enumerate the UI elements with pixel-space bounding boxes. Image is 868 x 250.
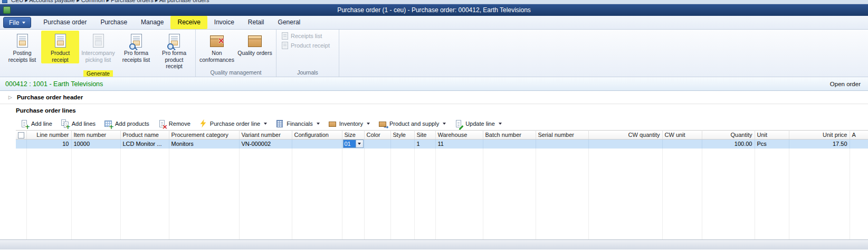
product-receipt-icon bbox=[282, 42, 288, 49]
pro-forma-receipts-list-button[interactable]: Pro forma receipts list bbox=[117, 31, 155, 63]
inventory-icon bbox=[328, 119, 337, 128]
update-line-icon bbox=[454, 119, 463, 128]
cell-variant-number[interactable]: VN-000002 bbox=[239, 140, 292, 149]
col-header-product-name[interactable]: Product name bbox=[120, 131, 169, 140]
size-combobox[interactable]: 01 bbox=[343, 140, 364, 148]
chevron-down-icon bbox=[264, 123, 267, 125]
col-header-unit-price[interactable]: Unit price bbox=[789, 131, 850, 140]
expander-arrow-icon[interactable]: ▷ bbox=[8, 95, 12, 100]
cell-style[interactable] bbox=[390, 140, 414, 149]
button-label: Add products bbox=[115, 121, 149, 127]
cell-unit[interactable]: Pcs bbox=[755, 140, 789, 149]
product-and-supply-icon: → bbox=[378, 119, 387, 128]
col-header-select[interactable] bbox=[16, 131, 26, 140]
tab-invoice[interactable]: Invoice bbox=[207, 16, 241, 29]
breadcrumb[interactable]: CEU ▸ Accounts payable ▸ Common ▸ Purcha… bbox=[11, 0, 209, 4]
size-value[interactable]: 01 bbox=[344, 140, 356, 147]
col-header-size[interactable]: Size bbox=[342, 131, 364, 140]
receipts-list-icon bbox=[17, 32, 28, 50]
button-label: Intercompany picking list bbox=[80, 50, 116, 63]
table-row[interactable]: 10 10000 LCD Monitor ... Monitors VN-000… bbox=[16, 140, 868, 149]
add-line-button[interactable]: + Add line bbox=[20, 119, 52, 128]
cell-row-selector[interactable] bbox=[16, 140, 26, 149]
menu-label: Financials bbox=[287, 121, 313, 127]
cell-line-number[interactable]: 10 bbox=[26, 140, 71, 149]
tab-purchase-order[interactable]: Purchase order bbox=[36, 16, 93, 29]
cell-cw-unit[interactable] bbox=[662, 140, 702, 149]
add-products-button[interactable]: + Add products bbox=[104, 119, 149, 128]
col-header-item-number[interactable]: Item number bbox=[71, 131, 120, 140]
button-label: Product receipt bbox=[42, 50, 78, 63]
col-header-unit[interactable]: Unit bbox=[755, 131, 789, 140]
col-header-a[interactable]: A bbox=[850, 131, 868, 140]
pro-forma-product-receipt-icon bbox=[169, 32, 180, 50]
button-label: Remove bbox=[169, 121, 190, 127]
update-line-menu[interactable]: Update line bbox=[454, 119, 502, 128]
cell-a[interactable] bbox=[850, 140, 868, 149]
col-header-variant-number[interactable]: Variant number bbox=[239, 131, 292, 140]
cell-item-number[interactable]: 10000 bbox=[71, 140, 120, 149]
receipts-list-icon bbox=[282, 32, 288, 40]
tab-receive[interactable]: Receive bbox=[170, 16, 207, 29]
select-all-checkbox[interactable] bbox=[18, 132, 24, 138]
combo-dropdown-button[interactable] bbox=[356, 140, 363, 147]
remove-button[interactable]: × Remove bbox=[158, 119, 190, 128]
cell-size[interactable]: 01 bbox=[342, 140, 364, 149]
button-label: Posting receipts list bbox=[4, 50, 40, 63]
cell-color[interactable] bbox=[364, 140, 390, 149]
col-header-color[interactable]: Color bbox=[364, 131, 390, 140]
col-header-style[interactable]: Style bbox=[390, 131, 414, 140]
cell-unit-price[interactable]: 17.50 bbox=[789, 140, 850, 149]
ribbon-group-generate: Posting receipts list Product receipt In… bbox=[1, 30, 196, 77]
purchase-order-line-menu[interactable]: Purchase order line bbox=[199, 119, 267, 128]
product-receipt-button[interactable]: Product receipt bbox=[41, 31, 79, 63]
button-label: Add lines bbox=[72, 121, 96, 127]
cell-procurement-category[interactable]: Monitors bbox=[169, 140, 239, 149]
file-menu-button[interactable]: File bbox=[3, 17, 31, 28]
order-status: Open order bbox=[830, 81, 861, 87]
purchase-order-header-section[interactable]: ▷ Purchase order header bbox=[0, 91, 868, 104]
cell-quantity[interactable]: 100.00 bbox=[702, 140, 755, 149]
col-header-serial-number[interactable]: Serial number bbox=[536, 131, 588, 140]
pro-forma-product-receipt-button[interactable]: Pro forma product receipt bbox=[155, 31, 193, 70]
quality-orders-button[interactable]: Quality orders bbox=[236, 31, 274, 57]
group-label-generate: Generate bbox=[3, 70, 193, 77]
col-header-line-number[interactable]: Line number bbox=[26, 131, 71, 140]
col-header-cw-quantity[interactable]: CW quantity bbox=[588, 131, 662, 140]
cell-cw-quantity[interactable] bbox=[588, 140, 662, 149]
col-header-configuration[interactable]: Configuration bbox=[292, 131, 342, 140]
col-header-procurement-category[interactable]: Procurement category bbox=[169, 131, 239, 140]
tab-retail[interactable]: Retail bbox=[241, 16, 271, 29]
lines-toolbar: + Add line + Add lines + Add products × … bbox=[0, 117, 868, 130]
non-conformances-button[interactable]: × Non conformances bbox=[198, 31, 236, 63]
cell-warehouse[interactable]: 11 bbox=[435, 140, 483, 149]
add-lines-icon: + bbox=[61, 119, 69, 128]
col-header-quantity[interactable]: Quantity bbox=[702, 131, 755, 140]
col-header-site[interactable]: Site bbox=[414, 131, 435, 140]
cell-batch-number[interactable] bbox=[483, 140, 536, 149]
posting-receipts-list-button[interactable]: Posting receipts list bbox=[3, 31, 41, 63]
tab-purchase[interactable]: Purchase bbox=[93, 16, 134, 29]
add-line-icon: + bbox=[20, 119, 28, 128]
tab-manage[interactable]: Manage bbox=[134, 16, 170, 29]
product-and-supply-menu[interactable]: → Product and supply bbox=[378, 119, 446, 128]
chevron-down-icon bbox=[317, 123, 320, 125]
menu-label: Purchase order line bbox=[210, 121, 260, 127]
group-label-journals: Journals bbox=[279, 68, 337, 77]
cell-serial-number[interactable] bbox=[536, 140, 588, 149]
cell-site[interactable]: 1 bbox=[414, 140, 435, 149]
item-label: Product receipt bbox=[291, 42, 330, 49]
item-label: Receipts list bbox=[291, 33, 322, 39]
inventory-menu[interactable]: Inventory bbox=[328, 119, 370, 128]
ribbon-tab-bar: File Purchase order Purchase Manage Rece… bbox=[0, 16, 868, 30]
tab-general[interactable]: General bbox=[271, 16, 308, 29]
add-lines-button[interactable]: + Add lines bbox=[61, 119, 96, 128]
col-header-batch-number[interactable]: Batch number bbox=[483, 131, 536, 140]
col-header-cw-unit[interactable]: CW unit bbox=[662, 131, 702, 140]
financials-menu[interactable]: Financials bbox=[275, 119, 320, 128]
address-bar[interactable]: CEU ▸ Accounts payable ▸ Common ▸ Purcha… bbox=[0, 0, 868, 4]
col-header-warehouse[interactable]: Warehouse bbox=[435, 131, 483, 140]
lightning-icon bbox=[199, 119, 207, 128]
cell-product-name[interactable]: LCD Monitor ... bbox=[120, 140, 169, 149]
cell-configuration[interactable] bbox=[292, 140, 342, 149]
